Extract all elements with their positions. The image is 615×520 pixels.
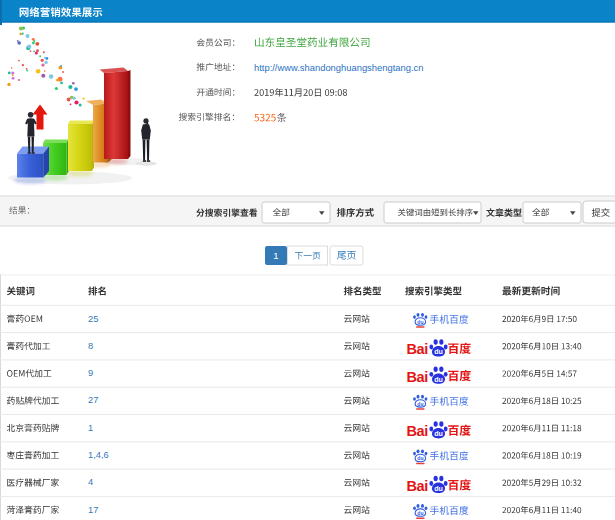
svg-text:1: 1 — [273, 250, 278, 261]
svg-text:Bai: Bai — [407, 478, 428, 494]
svg-text:27: 27 — [88, 395, 98, 405]
svg-text:17: 17 — [88, 505, 98, 515]
svg-text:1,4,6: 1,4,6 — [88, 450, 109, 460]
svg-text:9: 9 — [88, 368, 93, 378]
svg-text:http://www.shandonghuangshengt: http://www.shandonghuangshengtang.cn — [254, 62, 423, 73]
svg-text:du: du — [434, 430, 443, 438]
svg-text:du: du — [417, 510, 423, 516]
svg-text:du: du — [417, 401, 423, 407]
svg-text:du: du — [434, 348, 443, 356]
svg-text:8: 8 — [88, 341, 93, 351]
svg-text:1: 1 — [88, 423, 93, 433]
svg-text:Bai: Bai — [407, 341, 428, 357]
svg-text:du: du — [434, 376, 443, 384]
svg-text:Bai: Bai — [407, 423, 428, 439]
svg-text:du: du — [417, 455, 423, 461]
svg-text:du: du — [434, 485, 443, 493]
svg-text:Bai: Bai — [407, 369, 428, 385]
svg-text:25: 25 — [88, 314, 98, 324]
svg-text:4: 4 — [88, 477, 93, 487]
svg-text:du: du — [417, 319, 423, 325]
